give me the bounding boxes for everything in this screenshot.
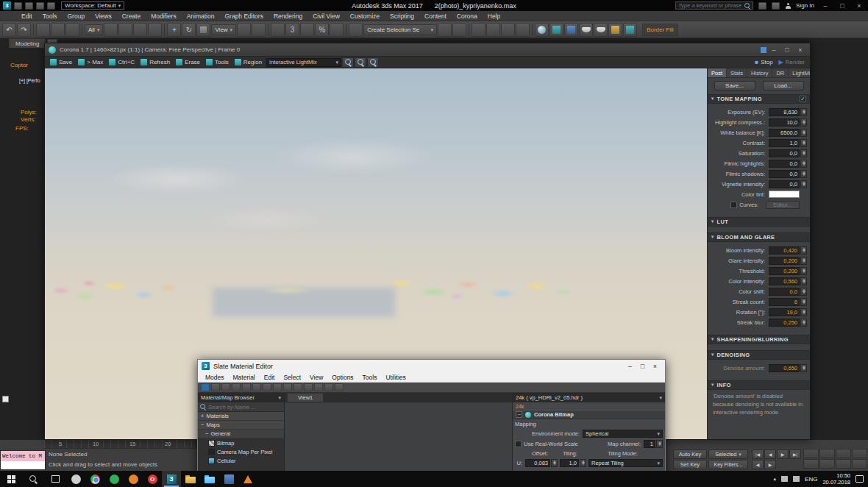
- save-preset-button[interactable]: Save...: [714, 81, 755, 90]
- param-value[interactable]: 0,0: [769, 170, 800, 178]
- vfb-region-button[interactable]: Region: [232, 57, 265, 68]
- tab-history[interactable]: History: [747, 68, 772, 77]
- redo-icon[interactable]: ↷: [17, 23, 31, 37]
- spinner[interactable]: [800, 129, 807, 137]
- spinner[interactable]: [580, 459, 586, 467]
- named-selection-sets-dropdown[interactable]: Create Selection Se ▾: [363, 24, 437, 35]
- app-icon-explorer[interactable]: [200, 471, 219, 487]
- render-in-cloud-icon[interactable]: [608, 23, 622, 37]
- material-id-channel-icon[interactable]: [314, 383, 323, 391]
- language-indicator[interactable]: ENG: [805, 476, 817, 483]
- spinner[interactable]: [800, 277, 807, 285]
- undo-icon[interactable]: ↶: [2, 23, 16, 37]
- app-icon-3dsmax[interactable]: 3: [162, 471, 181, 487]
- action-center-icon[interactable]: [855, 475, 864, 483]
- u-offset-value[interactable]: 0,083: [525, 459, 550, 467]
- real-world-scale-checkbox[interactable]: [515, 441, 522, 447]
- app-icon-people[interactable]: [66, 471, 85, 487]
- tray-network-icon[interactable]: [781, 476, 788, 482]
- spinner[interactable]: [551, 459, 558, 467]
- vfb-render-button[interactable]: ▶ Render: [776, 57, 808, 68]
- vfb-titlebar[interactable]: Corona 1.7 | 1460×821px (1:1) | Camera: …: [45, 43, 810, 56]
- slate-minimize-button[interactable]: –: [624, 363, 636, 370]
- bloom-glare-header[interactable]: ▾ BLOOM AND GLARE: [708, 232, 810, 242]
- reference-coordinate-dropdown[interactable]: View ▾: [211, 24, 236, 35]
- open-file-icon[interactable]: [25, 2, 33, 10]
- menu-item-content[interactable]: Content: [419, 13, 452, 20]
- percent-snap-icon[interactable]: %: [315, 23, 329, 37]
- select-object-icon[interactable]: [104, 23, 118, 37]
- select-and-link-icon[interactable]: [36, 23, 50, 37]
- param-value[interactable]: 0,200: [769, 257, 800, 265]
- slate-maximize-button[interactable]: □: [636, 363, 649, 370]
- param-value[interactable]: 0,650: [769, 364, 800, 372]
- browser-search-input[interactable]: [208, 404, 282, 410]
- selection-filter-dropdown[interactable]: All ▾: [85, 24, 103, 35]
- mirror-icon[interactable]: [438, 23, 452, 37]
- zoom-icon[interactable]: [803, 449, 819, 458]
- param-value[interactable]: 6: [769, 298, 800, 306]
- delete-selected-icon[interactable]: [242, 383, 251, 391]
- menu-item-tools[interactable]: Tools: [38, 13, 63, 20]
- param-value[interactable]: 0,420: [769, 246, 800, 255]
- param-value[interactable]: 6500,0: [769, 129, 800, 137]
- curves-checkbox[interactable]: [730, 202, 737, 208]
- vfb-close-button[interactable]: ×: [794, 46, 806, 54]
- menu-item-rendering[interactable]: Rendering: [268, 13, 307, 20]
- previous-key-button[interactable]: ◀: [752, 460, 764, 469]
- menu-item-civil-view[interactable]: Civil View: [307, 13, 345, 20]
- spinner[interactable]: [800, 139, 807, 147]
- put-material-to-scene-icon[interactable]: [221, 383, 230, 391]
- undo-quick-icon[interactable]: [47, 2, 55, 10]
- select-by-material-icon[interactable]: [324, 383, 333, 391]
- slate-titlebar[interactable]: 3 Slate Material Editor – □ ×: [198, 360, 665, 372]
- spinner[interactable]: [800, 108, 807, 116]
- load-preset-button[interactable]: Load...: [763, 81, 804, 90]
- menu-item-graph-editors[interactable]: Graph Editors: [219, 13, 268, 20]
- key-filters-button[interactable]: Key Filters...: [708, 460, 748, 469]
- render-setup-icon[interactable]: [549, 23, 563, 37]
- menu-item-group[interactable]: Group: [63, 13, 90, 20]
- zoom-reset-button[interactable]: [355, 57, 366, 68]
- ribbon-tab-modeling[interactable]: Modeling: [9, 38, 46, 48]
- menu-item-customize[interactable]: Customize: [345, 13, 385, 20]
- start-button[interactable]: [0, 471, 22, 487]
- zoom-all-icon[interactable]: [819, 449, 835, 458]
- maximize-button[interactable]: □: [836, 2, 848, 10]
- zoom-tool-icon[interactable]: [335, 383, 344, 391]
- corona-bitmap-rollout[interactable]: − Corona Bitmap: [513, 410, 665, 419]
- ribbon-toggle-icon[interactable]: [486, 23, 500, 37]
- viewport-corner-label[interactable]: [+] [Perfo: [19, 78, 40, 83]
- menu-item-edit[interactable]: Edit: [16, 13, 38, 20]
- map-item-bitmap[interactable]: Bitmap: [198, 438, 284, 447]
- slate-menu-view[interactable]: View: [305, 374, 327, 381]
- vfb-stop-button[interactable]: ■ Stop: [752, 57, 775, 68]
- bind-to-space-warp-icon[interactable]: [65, 23, 79, 37]
- next-key-button[interactable]: ▶: [764, 460, 776, 469]
- rectangular-selection-region-icon[interactable]: [133, 23, 147, 37]
- show-shaded-material-icon[interactable]: [273, 383, 282, 391]
- go-to-end-button[interactable]: ▶|: [789, 449, 801, 459]
- vfb-refresh-button[interactable]: Refresh: [138, 57, 173, 68]
- previous-frame-button[interactable]: ◀: [764, 449, 776, 459]
- listener-input[interactable]: [1, 461, 45, 469]
- help-search[interactable]: [675, 1, 753, 10]
- schematic-view-icon[interactable]: [516, 23, 530, 37]
- spinner[interactable]: [800, 319, 807, 327]
- save-file-icon[interactable]: [36, 2, 44, 10]
- tab-dr[interactable]: DR: [772, 68, 789, 77]
- spinner[interactable]: [800, 308, 807, 316]
- info-header[interactable]: ▾ INFO: [708, 380, 810, 390]
- app-icon-opera[interactable]: O: [143, 471, 162, 487]
- lightmix-dropdown[interactable]: Interactive LightMix ▾: [266, 58, 341, 67]
- param-value[interactable]: 10,0: [769, 118, 800, 127]
- parameter-navigator-dropdown[interactable]: 24k ( vp_HDRi_v2_05.hdr ) ▾: [513, 393, 665, 402]
- lut-header[interactable]: ▾ LUT: [708, 217, 810, 227]
- app-icon-photoshop[interactable]: [219, 471, 238, 487]
- group-general[interactable]: − General: [198, 430, 284, 438]
- menu-item-help[interactable]: Help: [483, 13, 505, 20]
- tab-view1[interactable]: View1: [287, 393, 324, 402]
- maxscript-mini-listener[interactable]: Welcome to M: [0, 450, 46, 470]
- param-value[interactable]: 0,0: [769, 180, 800, 188]
- layout-all-vertical-icon[interactable]: [294, 383, 302, 391]
